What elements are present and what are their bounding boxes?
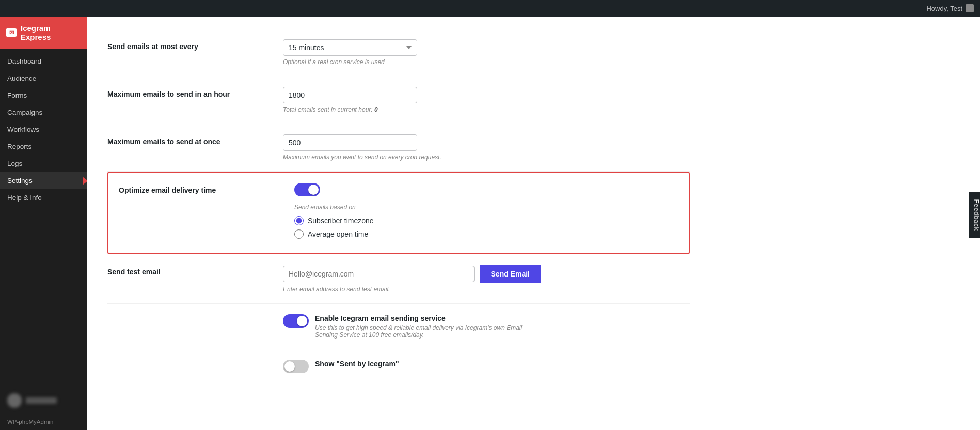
average-open-time-radio[interactable] (294, 229, 304, 239)
sidebar-item-reports[interactable]: Reports (0, 138, 87, 155)
sidebar-user-area (0, 388, 87, 413)
sidebar-item-label: Campaigns (7, 109, 42, 116)
sidebar-item-settings[interactable]: Settings (0, 172, 87, 189)
max-hour-row: Maximum emails to send in an hour Total … (107, 76, 690, 124)
feedback-label: Feedback (973, 199, 980, 231)
enable-service-desc: Use this to get high speed & reliable em… (315, 324, 541, 339)
sent-by-title: Show "Sent by Icegram" (315, 360, 399, 368)
send-emails-hint: Optional if a real cron service is used (283, 58, 541, 66)
sent-by-control: Show "Sent by Icegram" (283, 360, 541, 373)
active-arrow (83, 177, 87, 185)
max-hour-hint: Total emails sent in current hour: 0 (283, 106, 541, 113)
enable-service-toggle[interactable] (283, 314, 309, 328)
sent-by-label-empty (107, 360, 273, 363)
max-once-row: Maximum emails to send at once Maximum e… (107, 124, 690, 172)
send-emails-control: 15 minutes 5 minutes 30 minutes 1 hour O… (283, 39, 541, 66)
sidebar-item-workflows[interactable]: Workflows (0, 121, 87, 138)
sidebar-item-help[interactable]: Help & Info (0, 189, 87, 206)
send-email-wrap: Send Email (283, 265, 541, 283)
sidebar-item-logs[interactable]: Logs (0, 155, 87, 172)
max-hour-control: Total emails sent in current hour: 0 (283, 87, 541, 113)
average-open-time-option[interactable]: Average open time (294, 229, 552, 239)
settings-form: Send emails at most every 15 minutes 5 m… (87, 17, 706, 404)
sidebar-item-label: Audience (7, 74, 36, 82)
sent-by-text: Show "Sent by Icegram" (315, 360, 399, 368)
toggle-thumb (308, 185, 319, 195)
send-test-control: Send Email Enter email address to send t… (283, 265, 541, 293)
timezone-radio-group: Subscriber timezone Average open time (294, 216, 552, 239)
sidebar-footer: WP-phpMyAdmin (0, 413, 87, 430)
sidebar-nav: Dashboard Audience Forms Campaigns Workf… (0, 49, 87, 388)
max-once-label: Maximum emails to send at once (107, 134, 273, 146)
max-hour-label: Maximum emails to send in an hour (107, 87, 273, 98)
user-avatar-blurred (7, 393, 22, 408)
enable-service-text: Enable Icegram email sending service Use… (315, 314, 541, 339)
sidebar-item-label: Logs (7, 160, 22, 167)
send-test-label: Send test email (107, 265, 273, 276)
max-hour-input[interactable] (283, 87, 417, 103)
sidebar-item-audience[interactable]: Audience (0, 70, 87, 87)
feedback-tab[interactable]: Feedback (969, 192, 980, 238)
sidebar-item-dashboard[interactable]: Dashboard (0, 53, 87, 70)
sidebar-item-label: Workflows (7, 126, 39, 133)
send-emails-select[interactable]: 15 minutes 5 minutes 30 minutes 1 hour (283, 39, 417, 56)
brand-label: Icegram Express (21, 24, 81, 41)
send-emails-label: Send emails at most every (107, 39, 273, 51)
send-email-button[interactable]: Send Email (480, 265, 541, 283)
optimize-control: Send emails based on Subscriber timezone… (294, 183, 552, 243)
sidebar-item-campaigns[interactable]: Campaigns (0, 104, 87, 121)
enable-service-thumb (297, 316, 307, 326)
max-once-hint: Maximum emails you want to send on every… (283, 153, 541, 161)
footer-text: WP-phpMyAdmin (7, 419, 53, 425)
send-emails-row: Send emails at most every 15 minutes 5 m… (107, 29, 690, 76)
layout: Icegram Express Dashboard Audience Forms… (0, 17, 980, 430)
send-test-row: Send test email Send Email Enter email a… (107, 254, 690, 304)
send-test-input[interactable] (283, 266, 475, 282)
subscriber-timezone-radio[interactable] (294, 216, 304, 225)
avatar (966, 4, 974, 12)
brand-icon (6, 28, 17, 37)
main-content: Send emails at most every 15 minutes 5 m… (87, 17, 980, 430)
optimize-label: Optimize email delivery time (119, 183, 284, 194)
average-open-time-label: Average open time (308, 230, 368, 238)
sidebar-item-label: Forms (7, 91, 27, 99)
send-test-hint: Enter email address to send test email. (283, 286, 541, 293)
sent-by-toggle[interactable] (283, 360, 309, 373)
enable-service-label-empty (107, 314, 273, 317)
optimize-row: Optimize email delivery time Send emails… (107, 172, 690, 254)
max-once-control: Maximum emails you want to send on every… (283, 134, 541, 161)
sent-by-row: Show "Sent by Icegram" (107, 349, 690, 383)
sidebar-item-label: Dashboard (7, 57, 41, 65)
admin-bar: Howdy, Test (0, 0, 980, 17)
user-name-blurred (26, 397, 57, 404)
sent-by-thumb (284, 361, 295, 372)
enable-service-title: Enable Icegram email sending service (315, 314, 541, 323)
sidebar-item-label: Help & Info (7, 194, 42, 202)
sidebar-item-label: Reports (7, 143, 31, 150)
sidebar: Icegram Express Dashboard Audience Forms… (0, 17, 87, 430)
max-once-input[interactable] (283, 134, 417, 151)
howdy-text: Howdy, Test (926, 5, 962, 12)
sidebar-brand[interactable]: Icegram Express (0, 17, 87, 49)
enable-service-control: Enable Icegram email sending service Use… (283, 314, 541, 339)
sidebar-item-label: Settings (7, 177, 33, 185)
sent-by-wrap: Show "Sent by Icegram" (283, 360, 541, 373)
enable-service-row: Enable Icegram email sending service Use… (107, 304, 690, 349)
optimize-toggle[interactable] (294, 183, 320, 196)
subscriber-timezone-option[interactable]: Subscriber timezone (294, 216, 552, 225)
subscriber-timezone-label: Subscriber timezone (308, 217, 374, 225)
enable-service-wrap: Enable Icegram email sending service Use… (283, 314, 541, 339)
sidebar-item-forms[interactable]: Forms (0, 87, 87, 104)
send-based-on-hint: Send emails based on (294, 204, 552, 211)
